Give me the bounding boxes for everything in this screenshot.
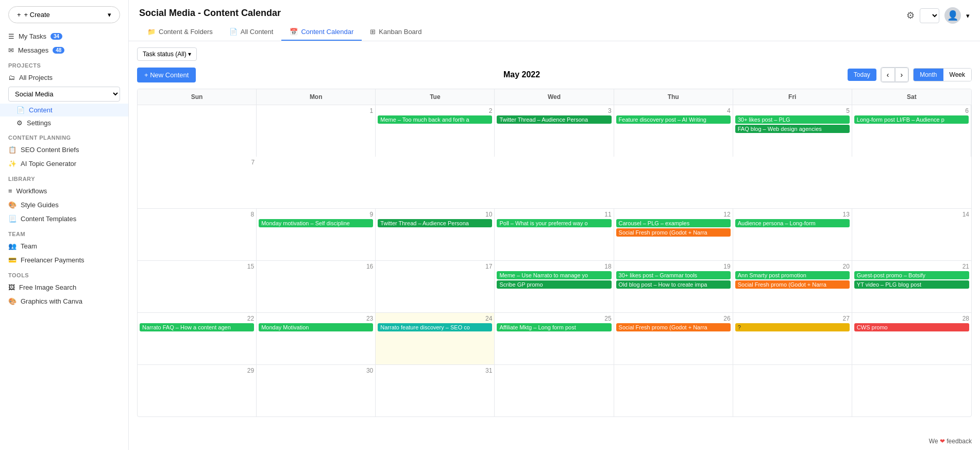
- calendar-event[interactable]: CWS promo: [854, 323, 969, 331]
- create-button[interactable]: + + Create ▾: [8, 6, 120, 23]
- project-select[interactable]: Social Media: [8, 87, 120, 102]
- calendar-cell[interactable]: 24Narrato feature discovery – SEO co: [376, 313, 495, 364]
- graphics-nav[interactable]: 🎨 Graphics with Canva: [0, 294, 128, 308]
- calendar-cell[interactable]: 18Meme – Use Narrato to manage yoScribe …: [495, 261, 614, 312]
- calendar-cell[interactable]: 23Monday Motivation: [257, 313, 376, 364]
- tab-content-folders[interactable]: 📁 Content & Folders: [139, 24, 221, 41]
- calendar-cell[interactable]: 8: [138, 209, 257, 260]
- settings-icon[interactable]: ⚙: [906, 10, 915, 21]
- calendar-event[interactable]: Affiliate Mktg – Long form post: [497, 323, 611, 331]
- calendar-cell[interactable]: 29: [138, 365, 257, 416]
- calendar-event[interactable]: Audience persona – Long-form: [735, 219, 850, 227]
- calendar-event[interactable]: Feature discovery post – AI Writing: [616, 115, 731, 124]
- calendar-cell[interactable]: 1930+ likes post – Grammar toolsOld blog…: [614, 261, 733, 312]
- content-sub-item[interactable]: 📄 Content: [0, 104, 128, 116]
- calendar-cell[interactable]: 26Social Fresh promo (Godot + Narra: [614, 313, 733, 364]
- calendar-date-number: 5: [735, 107, 850, 114]
- calendar-event[interactable]: Ann Smarty post promotion: [735, 271, 850, 279]
- user-avatar[interactable]: 👤: [944, 7, 961, 24]
- calendar-cell[interactable]: 22Narrato FAQ – How a content agen: [138, 313, 257, 364]
- calendar-event[interactable]: ?: [735, 323, 850, 331]
- workspace-select[interactable]: [920, 8, 939, 23]
- tab-content-calendar[interactable]: 📅 Content Calendar: [281, 24, 362, 41]
- month-view-button[interactable]: Month: [914, 69, 943, 81]
- calendar-event[interactable]: Meme – Too much back and forth a: [378, 115, 492, 124]
- calendar-cell[interactable]: 6Long-form post LI/FB – Audience p: [852, 105, 971, 157]
- calendar-event[interactable]: Scribe GP promo: [497, 280, 611, 289]
- calendar-cell[interactable]: 31: [376, 365, 495, 416]
- all-projects-nav[interactable]: 🗂 All Projects: [0, 71, 128, 85]
- calendar-event[interactable]: Social Fresh promo (Godot + Narra: [735, 280, 850, 289]
- calendar-cell[interactable]: 7: [138, 157, 257, 208]
- calendar-cell[interactable]: 14: [852, 209, 971, 260]
- calendar-area: Task status (All) ▾ + New Content May 20…: [129, 41, 980, 450]
- calendar-date-number: 8: [140, 211, 254, 218]
- prev-month-button[interactable]: ‹: [881, 68, 895, 82]
- calendar-cell[interactable]: 11Poll – What is your preferred way o: [495, 209, 614, 260]
- freelancer-nav[interactable]: 💳 Freelancer Payments: [0, 253, 128, 267]
- calendar-event[interactable]: Narrato feature discovery – SEO co: [378, 323, 492, 331]
- calendar-event[interactable]: FAQ blog – Web design agencies: [735, 125, 850, 133]
- calendar-cell[interactable]: 28CWS promo: [852, 313, 971, 364]
- calendar-event[interactable]: Narrato FAQ – How a content agen: [140, 323, 254, 331]
- new-content-button[interactable]: + New Content: [137, 68, 196, 82]
- week-view-button[interactable]: Week: [943, 69, 971, 81]
- calendar-cell[interactable]: 13Audience persona – Long-form: [733, 209, 852, 260]
- ai-topic-nav[interactable]: ✨ AI Topic Generator: [0, 157, 128, 171]
- content-templates-nav[interactable]: 📃 Content Templates: [0, 212, 128, 226]
- view-buttons: Month Week: [913, 68, 972, 81]
- calendar-cell[interactable]: 2Meme – Too much back and forth a: [376, 105, 495, 157]
- calendar-event[interactable]: Guest-post promo – Botsify: [854, 271, 969, 279]
- calendar-cell[interactable]: 25Affiliate Mktg – Long form post: [495, 313, 614, 364]
- tab-kanban-board[interactable]: ⊞ Kanban Board: [362, 24, 430, 41]
- team-section-label: TEAM: [0, 226, 128, 239]
- calendar-cell[interactable]: [852, 365, 971, 416]
- calendar-cell[interactable]: 27?: [733, 313, 852, 364]
- next-month-button[interactable]: ›: [895, 68, 909, 82]
- calendar-cell[interactable]: 21Guest-post promo – BotsifyYT video – P…: [852, 261, 971, 312]
- calendar-event[interactable]: YT video – PLG blog post: [854, 280, 969, 289]
- calendar-cell[interactable]: [733, 365, 852, 416]
- style-guides-nav[interactable]: 🎨 Style Guides: [0, 198, 128, 212]
- calendar-cell[interactable]: 9Monday motivation – Self discipline: [257, 209, 376, 260]
- calendar-cell[interactable]: 4Feature discovery post – AI Writing: [614, 105, 733, 157]
- calendar-event[interactable]: Social Fresh promo (Godot + Narra: [616, 323, 731, 331]
- task-status-filter[interactable]: Task status (All) ▾: [137, 47, 197, 61]
- calendar-event[interactable]: Monday Motivation: [259, 323, 373, 331]
- seo-nav[interactable]: 📋 SEO Content Briefs: [0, 143, 128, 157]
- calendar-cell[interactable]: 3Twitter Thread – Audience Persona: [495, 105, 614, 157]
- calendar-cell[interactable]: 15: [138, 261, 257, 312]
- calendar-event[interactable]: Monday motivation – Self discipline: [259, 219, 373, 227]
- calendar-cell[interactable]: 20Ann Smarty post promotionSocial Fresh …: [733, 261, 852, 312]
- calendar-event[interactable]: Poll – What is your preferred way o: [497, 219, 611, 227]
- calendar-cell[interactable]: [495, 365, 614, 416]
- my-tasks-nav[interactable]: ☰ My Tasks 34: [0, 29, 128, 43]
- calendar-event[interactable]: Twitter Thread – Audience Persona: [378, 219, 492, 227]
- calendar-event[interactable]: Social Fresh promo (Godot + Narra: [616, 228, 731, 237]
- free-image-nav[interactable]: 🖼 Free Image Search: [0, 280, 128, 294]
- avatar-chevron[interactable]: ▾: [966, 12, 970, 20]
- calendar-cell[interactable]: [614, 365, 733, 416]
- calendar-cell[interactable]: 1: [257, 105, 376, 157]
- calendar-event[interactable]: 30+ likes post – PLG: [735, 115, 850, 124]
- calendar-cell[interactable]: 12Carousel – PLG – examplesSocial Fresh …: [614, 209, 733, 260]
- workflows-nav[interactable]: ≡ Workflows: [0, 184, 128, 198]
- calendar-cell[interactable]: 30: [257, 365, 376, 416]
- calendar-event[interactable]: Twitter Thread – Audience Persona: [497, 115, 611, 124]
- plus-icon: +: [17, 11, 21, 19]
- calendar-cell[interactable]: 17: [376, 261, 495, 312]
- team-nav[interactable]: 👥 Team: [0, 239, 128, 253]
- calendar-cell[interactable]: 16: [257, 261, 376, 312]
- calendar-event[interactable]: Long-form post LI/FB – Audience p: [854, 115, 969, 124]
- calendar-cell[interactable]: 10Twitter Thread – Audience Persona: [376, 209, 495, 260]
- calendar-cell[interactable]: [138, 105, 257, 157]
- calendar-event[interactable]: 30+ likes post – Grammar tools: [616, 271, 731, 279]
- settings-sub-item[interactable]: ⚙ Settings: [0, 116, 128, 129]
- calendar-event[interactable]: Carousel – PLG – examples: [616, 219, 731, 227]
- calendar-event[interactable]: Old blog post – How to create impa: [616, 280, 731, 289]
- messages-nav[interactable]: ✉ Messages 48: [0, 43, 128, 57]
- calendar-cell[interactable]: 530+ likes post – PLGFAQ blog – Web desi…: [733, 105, 852, 157]
- calendar-event[interactable]: Meme – Use Narrato to manage yo: [497, 271, 611, 279]
- today-button[interactable]: Today: [848, 69, 876, 81]
- tab-all-content[interactable]: 📄 All Content: [221, 24, 282, 41]
